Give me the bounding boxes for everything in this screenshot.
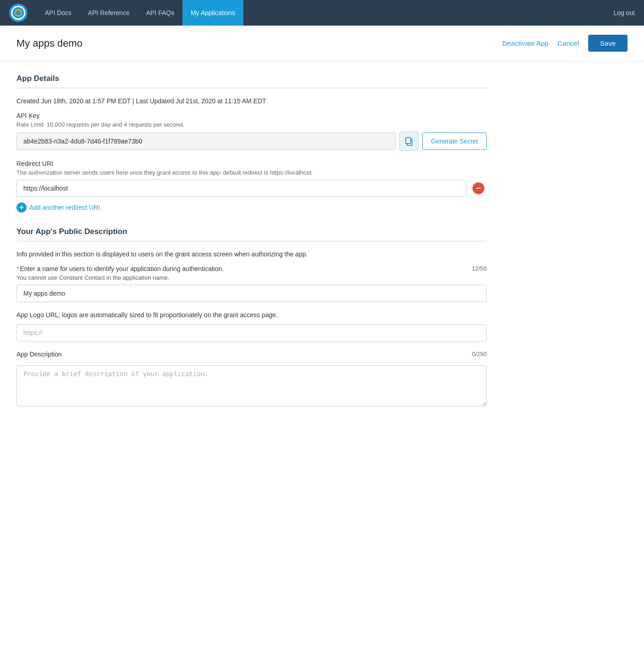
main-content: App Details Created Jun 18th, 2020 at 1:…	[0, 61, 503, 430]
required-star: *	[16, 265, 19, 272]
public-description-title: Your App's Public Description	[16, 227, 487, 236]
page-header: My apps demo Deactivate App Cancel Save	[0, 26, 644, 61]
app-name-label-row: *Enter a name for users to identify your…	[16, 265, 487, 272]
app-logo-label: App Logo URL; logos are automatically si…	[16, 311, 487, 319]
public-description-divider	[16, 241, 487, 241]
deactivate-app-button[interactable]: Deactivate App	[502, 39, 548, 47]
nav-links: API Docs API Reference API FAQs My Appli…	[37, 0, 613, 26]
add-redirect-uri-label: Add another redirect URI	[29, 204, 100, 211]
api-key-label: API Key	[16, 112, 487, 119]
created-updated-text: Created Jun 18th, 2020 at 1:57 PM EDT | …	[16, 97, 487, 105]
redirect-uri-label: Redirect URI	[16, 160, 487, 167]
public-description-section: Your App's Public Description Info provi…	[16, 227, 487, 408]
app-logo-input[interactable]	[16, 324, 487, 341]
save-button[interactable]: Save	[588, 35, 628, 52]
app-logo-field: App Logo URL; logos are automatically si…	[16, 311, 487, 341]
page-title: My apps demo	[16, 37, 502, 49]
navbar: API Docs API Reference API FAQs My Appli…	[0, 0, 644, 26]
cancel-button[interactable]: Cancel	[558, 39, 579, 47]
redirect-uri-input[interactable]	[16, 180, 467, 197]
nav-api-reference[interactable]: API Reference	[80, 0, 138, 26]
remove-circle-icon: −	[472, 182, 484, 194]
app-description-label: App Description	[16, 351, 62, 358]
app-name-field: *Enter a name for users to identify your…	[16, 265, 487, 302]
rate-limit-text: Rate Limit: 10,000 requests per day and …	[16, 121, 487, 128]
section-divider	[16, 88, 487, 88]
redirect-uri-field: Redirect URI The authorization server se…	[16, 160, 487, 213]
app-details-title: App Details	[16, 74, 487, 83]
app-description-label-row: App Description 0/250	[16, 351, 487, 360]
app-name-sublabel: You cannot use Constant Contact in the a…	[16, 274, 487, 281]
logout-button[interactable]: Log out	[613, 9, 635, 16]
add-circle-icon: +	[16, 202, 27, 213]
public-description-info: Info provided in this section is display…	[16, 250, 487, 258]
app-description-field: App Description 0/250	[16, 351, 487, 408]
app-details-section: App Details Created Jun 18th, 2020 at 1:…	[16, 74, 487, 213]
app-name-input[interactable]	[16, 285, 487, 302]
nav-api-docs[interactable]: API Docs	[37, 0, 80, 26]
add-redirect-uri-button[interactable]: + Add another redirect URI	[16, 202, 100, 213]
remove-redirect-uri-button[interactable]: −	[470, 180, 487, 197]
nav-api-faqs[interactable]: API FAQs	[138, 0, 182, 26]
api-key-row: Generate Secret	[16, 132, 487, 151]
redirect-uri-description: The authorization server sends users her…	[16, 169, 487, 176]
copy-icon	[404, 137, 413, 146]
api-key-field: API Key Rate Limit: 10,000 requests per …	[16, 112, 487, 151]
app-name-label: *Enter a name for users to identify your…	[16, 265, 224, 272]
header-actions: Deactivate App Cancel Save	[502, 35, 628, 52]
generate-secret-button[interactable]: Generate Secret	[422, 133, 487, 150]
api-key-input[interactable]	[16, 133, 396, 150]
svg-rect-4	[406, 138, 411, 144]
copy-api-key-button[interactable]	[399, 132, 419, 151]
app-description-textarea[interactable]	[16, 365, 487, 406]
redirect-uri-row: −	[16, 180, 487, 197]
logo	[9, 4, 27, 22]
app-name-char-count: 12/50	[472, 265, 487, 272]
nav-my-applications[interactable]: My Applications	[182, 0, 243, 26]
app-description-char-count: 0/250	[472, 351, 487, 357]
